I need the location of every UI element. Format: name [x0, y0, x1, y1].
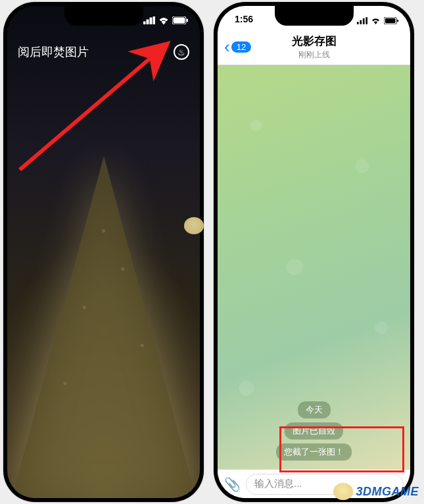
system-msg-destroyed: 图片已自毁 — [285, 422, 343, 440]
chat-area[interactable]: 今天 图片已自毁 您截了一张图！ — [218, 65, 410, 469]
screen-burn-photo: 阅后即焚图片 ♨ — [7, 6, 200, 498]
chevron-left-icon: ‹ — [224, 38, 230, 55]
notch — [64, 6, 143, 26]
date-pill: 今天 — [298, 401, 331, 418]
svg-rect-10 — [363, 18, 365, 24]
attach-icon[interactable]: 📎 — [224, 476, 241, 492]
unread-badge: 12 — [231, 41, 251, 53]
battery-icon — [172, 16, 188, 24]
svg-rect-1 — [147, 20, 149, 24]
battery-icon — [384, 17, 398, 24]
status-icons — [357, 17, 398, 24]
svg-rect-9 — [360, 20, 362, 24]
watermark-mascot-center — [184, 217, 230, 257]
svg-rect-6 — [187, 19, 188, 22]
svg-rect-3 — [153, 16, 155, 24]
photo-content[interactable] — [7, 116, 200, 498]
watermark-corner: 3DMGAME — [333, 483, 419, 500]
wifi-icon — [371, 17, 381, 24]
signal-icon — [143, 16, 155, 24]
burn-photo-title: 阅后即焚图片 — [18, 44, 89, 60]
back-button[interactable]: ‹ 12 — [224, 38, 251, 55]
wifi-icon — [158, 16, 169, 24]
status-icons — [143, 16, 188, 24]
phone-frame-left: 阅后即焚图片 ♨ — [3, 2, 204, 502]
status-time: 1:56 — [235, 14, 253, 24]
chat-title[interactable]: 光影存图 — [292, 34, 337, 49]
input-placeholder: 输入消息... — [254, 478, 302, 490]
svg-rect-11 — [365, 17, 367, 24]
screen-chat: 1:56 ‹ 12 光影存图 刚刚上线 今天 图片已自毁 您截了一张图！ — [218, 6, 410, 498]
mascot-icon — [333, 483, 353, 500]
chat-subtitle: 刚刚上线 — [298, 49, 330, 61]
flame-icon: ♨ — [177, 47, 185, 57]
svg-rect-14 — [397, 19, 398, 22]
notch — [275, 6, 354, 26]
burn-timer-icon[interactable]: ♨ — [174, 44, 189, 60]
svg-rect-0 — [143, 22, 145, 24]
phone-frame-right: 1:56 ‹ 12 光影存图 刚刚上线 今天 图片已自毁 您截了一张图！ — [214, 2, 414, 502]
svg-rect-5 — [174, 18, 185, 23]
burn-photo-header: 阅后即焚图片 ♨ — [7, 39, 200, 65]
signal-icon — [357, 17, 367, 24]
svg-rect-13 — [385, 18, 396, 22]
svg-rect-2 — [150, 18, 152, 24]
watermark-text: 3DMGAME — [356, 485, 419, 499]
svg-rect-8 — [357, 22, 359, 24]
statusbar-right — [344, 6, 410, 35]
system-messages: 今天 图片已自毁 您截了一张图！ — [218, 399, 410, 463]
system-msg-screenshot: 您截了一张图！ — [276, 443, 352, 461]
